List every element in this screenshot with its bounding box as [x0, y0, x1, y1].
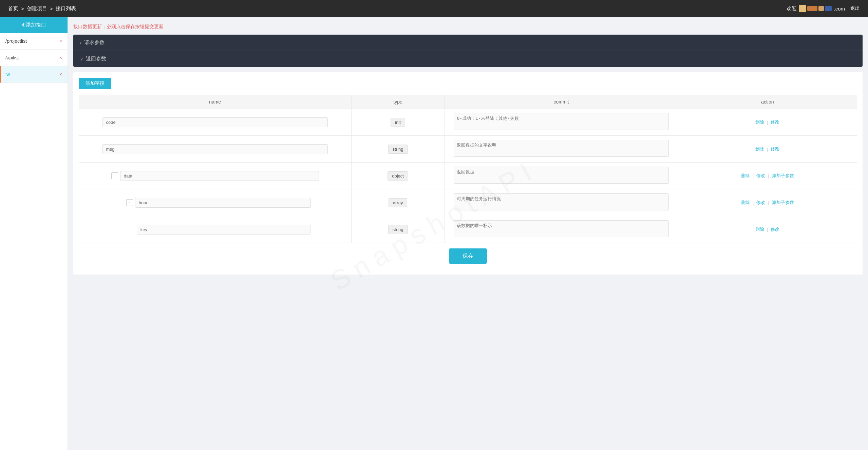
commit-textarea[interactable]: 返回数据的文字说明	[454, 140, 669, 157]
name-input[interactable]	[102, 117, 328, 127]
edit-link[interactable]: 修改	[771, 226, 779, 232]
name-cell: -	[79, 189, 352, 216]
breadcrumb-create[interactable]: 创建项目	[27, 5, 47, 12]
response-params-section[interactable]: ∨ 返回参数	[73, 51, 863, 67]
delete-link[interactable]: 删除	[755, 119, 764, 125]
commit-cell: 该数据的唯一标示	[445, 216, 678, 243]
action-cell: 删除 | 修改	[678, 216, 857, 243]
type-cell: array	[351, 189, 445, 216]
logout-button[interactable]: 退出	[850, 5, 860, 12]
commit-cell: 返回数据	[445, 163, 678, 189]
th-action: action	[678, 95, 857, 109]
avatar-block	[799, 5, 832, 12]
layout: ⊕添加接口 /projectlist × /apilist × w × 接口数据…	[0, 17, 868, 450]
type-cell: object	[351, 163, 445, 189]
breadcrumb-sep1: >	[21, 6, 24, 12]
main-content: 接口数据更新；必须点击保存按钮提交更新 › 请求参数 ∨ 返回参数 添加字段 n…	[68, 17, 868, 450]
header: 首页 > 创建项目 > 接口列表 欢迎 .com 退出	[0, 0, 868, 17]
commit-textarea[interactable]: 返回数据	[454, 167, 669, 184]
action-links: 删除 | 修改	[682, 119, 853, 125]
type-badge: init	[391, 118, 405, 127]
commit-textarea[interactable]: 时周期的任务运行情况	[454, 193, 669, 210]
name-input[interactable]	[135, 198, 311, 208]
delete-link[interactable]: 删除	[741, 173, 750, 179]
breadcrumb-sep2: >	[50, 6, 53, 12]
name-cell: -	[79, 163, 352, 189]
chevron-right-icon: ›	[80, 40, 81, 45]
sections-panel: › 请求参数 ∨ 返回参数	[73, 35, 863, 67]
th-commit: commit	[445, 95, 678, 109]
add-api-button[interactable]: ⊕添加接口	[0, 17, 68, 33]
th-type: type	[351, 95, 445, 109]
action-cell: 删除 | 修改 | 添加子参数	[678, 163, 857, 189]
edit-link[interactable]: 修改	[756, 200, 765, 206]
delete-icon[interactable]: ×	[59, 55, 62, 60]
th-name: name	[79, 95, 352, 109]
sidebar-item-label: w	[6, 72, 10, 77]
name-input[interactable]	[102, 144, 328, 154]
edit-link[interactable]: 修改	[771, 119, 779, 125]
action-cell: 删除 | 修改	[678, 136, 857, 163]
name-cell	[79, 136, 352, 163]
edit-link[interactable]: 修改	[756, 173, 765, 179]
sidebar-item-projectlist[interactable]: /projectlist ×	[0, 33, 68, 50]
chevron-down-icon: ∨	[80, 57, 83, 61]
sidebar-list: /projectlist × /apilist × w ×	[0, 33, 68, 450]
table-row: - array 时周期的任务运行情况 删除	[79, 189, 857, 216]
delete-icon[interactable]: ×	[59, 72, 62, 77]
breadcrumb-home[interactable]: 首页	[8, 5, 18, 12]
delete-link[interactable]: 删除	[755, 226, 764, 232]
delete-link[interactable]: 删除	[741, 200, 750, 206]
type-badge: string	[388, 145, 408, 154]
table-header-row: name type commit action	[79, 95, 857, 109]
collapse-button[interactable]: -	[126, 199, 133, 206]
domain-label: .com	[834, 6, 845, 12]
name-cell	[79, 109, 352, 136]
add-child-link[interactable]: 添加子参数	[772, 173, 794, 179]
sidebar-item-label: /projectlist	[5, 38, 27, 44]
commit-textarea[interactable]: 该数据的唯一标示	[454, 220, 669, 237]
sidebar-item-apilist[interactable]: /apilist ×	[0, 50, 68, 66]
action-links: 删除 | 修改	[682, 146, 853, 152]
welcome-label: 欢迎	[787, 5, 797, 12]
param-table: name type commit action	[79, 95, 857, 243]
header-right: 欢迎 .com 退出	[787, 5, 860, 12]
save-area: 保存	[79, 243, 857, 269]
type-badge: string	[388, 225, 408, 234]
type-badge: object	[388, 171, 408, 181]
breadcrumb-apilist[interactable]: 接口列表	[56, 5, 76, 12]
notice-bar: 接口数据更新；必须点击保存按钮提交更新	[73, 22, 863, 31]
table-row: string 该数据的唯一标示 删除 | 修改	[79, 216, 857, 243]
name-cell	[79, 216, 352, 243]
save-button[interactable]: 保存	[449, 248, 487, 264]
type-cell: string	[351, 216, 445, 243]
delete-link[interactable]: 删除	[755, 146, 764, 152]
avatar-icon-2	[807, 6, 817, 11]
response-params-label: 返回参数	[86, 56, 106, 62]
request-params-section[interactable]: › 请求参数	[73, 35, 863, 51]
action-links: 删除 | 修改 | 添加子参数	[682, 173, 853, 179]
name-input[interactable]	[120, 171, 319, 181]
add-field-button[interactable]: 添加字段	[79, 78, 111, 89]
avatar-icon-1	[799, 5, 806, 12]
type-cell: init	[351, 109, 445, 136]
commit-cell: 0-成功；1-未登陆；其他-失败	[445, 109, 678, 136]
action-links: 删除 | 修改	[682, 226, 853, 232]
commit-textarea[interactable]: 0-成功；1-未登陆；其他-失败	[454, 113, 669, 130]
add-child-link[interactable]: 添加子参数	[772, 200, 794, 206]
action-links: 删除 | 修改 | 添加子参数	[682, 200, 853, 206]
request-params-label: 请求参数	[84, 39, 105, 46]
delete-icon[interactable]: ×	[59, 38, 62, 44]
avatar-icon-3	[818, 6, 824, 11]
sidebar-item-label: /apilist	[5, 55, 19, 60]
table-row: init 0-成功；1-未登陆；其他-失败 删除 | 修改	[79, 109, 857, 136]
commit-cell: 返回数据的文字说明	[445, 136, 678, 163]
table-row: - object 返回数据 删除	[79, 163, 857, 189]
type-cell: string	[351, 136, 445, 163]
action-cell: 删除 | 修改	[678, 109, 857, 136]
collapse-button[interactable]: -	[111, 172, 118, 179]
sidebar-item-w[interactable]: w ×	[0, 66, 68, 83]
name-input[interactable]	[137, 225, 310, 235]
sidebar: ⊕添加接口 /projectlist × /apilist × w ×	[0, 17, 68, 450]
edit-link[interactable]: 修改	[771, 146, 779, 152]
